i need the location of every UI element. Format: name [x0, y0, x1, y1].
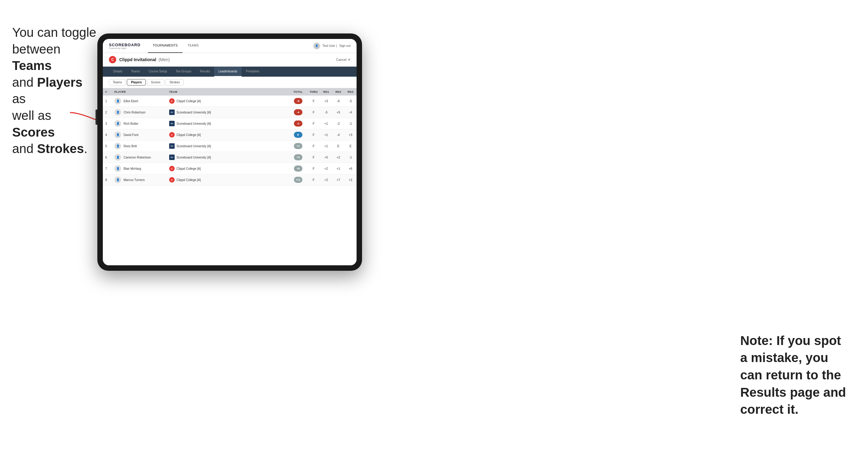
- cell-rd2: E: [332, 141, 344, 152]
- tab-leaderboards[interactable]: Leaderboards: [214, 67, 242, 77]
- left-annotation: You can toggle between Teams and Players…: [12, 24, 97, 157]
- annotation-line3-suffix: as: [12, 92, 26, 106]
- sub-tab-teams[interactable]: Teams: [109, 79, 126, 86]
- right-line1: Note: If you spot: [740, 334, 841, 348]
- cell-player: 👤 Chris Robertson: [112, 107, 167, 118]
- top-nav: SCOREBOARD Powered by clippd TOURNAMENTS…: [103, 39, 356, 53]
- cell-total: E: [289, 129, 307, 141]
- cell-total: +6: [289, 163, 307, 174]
- cell-rd3: +6: [344, 163, 356, 174]
- cell-player: 👤 Rees Britt: [112, 141, 167, 152]
- cell-thru: F: [307, 141, 320, 152]
- sub-tab-scores[interactable]: Scores: [147, 79, 164, 86]
- col-rank: #: [103, 88, 112, 96]
- tab-tee-groups[interactable]: Tee Groups: [171, 67, 196, 77]
- cell-rd1: +5: [320, 152, 332, 163]
- cell-spacer: [277, 118, 289, 129]
- cell-spacer: [277, 96, 289, 107]
- player-name: Chris Robertson: [124, 111, 146, 114]
- sub-tabs-bar: Teams Players Scores Strokes: [103, 77, 356, 88]
- cell-rd2: -6: [332, 96, 344, 107]
- cell-thru: F: [307, 129, 320, 141]
- team-logo: SU: [169, 143, 175, 149]
- cell-rd3: +2: [344, 174, 356, 186]
- player-name: Cameron Robertson: [124, 156, 151, 159]
- team-logo: SU: [169, 121, 175, 126]
- tab-teams[interactable]: Teams: [127, 67, 144, 77]
- player-name: Marcus Turners: [124, 178, 145, 182]
- player-avatar: 👤: [114, 120, 121, 127]
- tab-details[interactable]: Details: [109, 67, 127, 77]
- cell-player: 👤 Elliot Ebert: [112, 96, 167, 107]
- tournament-title-area: C Clippd Invitational (Men): [109, 56, 170, 63]
- annotation-scores-bold: Scores: [12, 125, 55, 139]
- annotation-line5-suffix: .: [84, 142, 88, 156]
- cell-player: 👤 Blair McHarg: [112, 163, 167, 174]
- team-name: Scoreboard University [A]: [177, 145, 211, 148]
- player-avatar: 👤: [114, 131, 121, 138]
- cell-rd2: -2: [332, 118, 344, 129]
- cell-team: C Clippd College [A]: [167, 163, 277, 174]
- annotation-line4-prefix: well as: [12, 108, 51, 123]
- player-name: David Ford: [124, 133, 138, 136]
- cell-rd1: +1: [320, 141, 332, 152]
- cell-total: +1: [289, 141, 307, 152]
- table-row: 1 👤 Elliot Ebert C Clippd College [A] -8…: [103, 96, 356, 107]
- col-thru: THRU: [307, 88, 320, 96]
- cell-spacer: [277, 174, 289, 186]
- cell-team: C Clippd College [A]: [167, 174, 277, 186]
- logo-area: SCOREBOARD Powered by clippd: [109, 42, 141, 49]
- nav-link-teams[interactable]: TEAMS: [183, 39, 204, 53]
- cell-rank: 4: [103, 129, 112, 141]
- cell-spacer: [277, 163, 289, 174]
- logo-text: SCOREBOARD: [109, 42, 141, 47]
- cell-player: 👤 Cameron Robertson: [112, 152, 167, 163]
- cell-rank: 8: [103, 174, 112, 186]
- right-results-bold: Results: [740, 385, 786, 400]
- tournament-name: Clippd Invitational (Men): [119, 57, 170, 62]
- cell-thru: F: [307, 163, 320, 174]
- player-avatar: 👤: [114, 98, 121, 104]
- cell-rd2: -4: [332, 129, 344, 141]
- cell-player: 👤 Rich Butler: [112, 118, 167, 129]
- score-badge: -4: [294, 109, 302, 115]
- cell-rank: 5: [103, 141, 112, 152]
- table-body: 1 👤 Elliot Ebert C Clippd College [A] -8…: [103, 96, 356, 186]
- annotation-line2-prefix: between: [12, 42, 61, 56]
- cell-rd2: +2: [332, 152, 344, 163]
- sub-tab-players[interactable]: Players: [127, 79, 146, 86]
- team-name: Scoreboard University [A]: [177, 111, 211, 114]
- cell-thru: F: [307, 96, 320, 107]
- cell-total: -8: [289, 96, 307, 107]
- table-row: 6 👤 Cameron Robertson SU Scoreboard Univ…: [103, 152, 356, 163]
- sign-out-link[interactable]: Sign out: [339, 44, 350, 48]
- team-logo: C: [169, 98, 175, 104]
- nav-link-tournaments[interactable]: TOURNAMENTS: [148, 39, 183, 53]
- cell-rd3: -5: [344, 96, 356, 107]
- tournament-header: C Clippd Invitational (Men) Cancel ✕: [103, 53, 356, 67]
- cell-rd3: E: [344, 141, 356, 152]
- col-spacer: [277, 88, 289, 96]
- sub-tab-strokes[interactable]: Strokes: [165, 79, 184, 86]
- table-row: 8 👤 Marcus Turners C Clippd College [A] …: [103, 174, 356, 186]
- player-avatar: 👤: [114, 165, 121, 172]
- col-rd3: RD3: [344, 88, 356, 96]
- cancel-button[interactable]: Cancel ✕: [336, 58, 350, 62]
- player-avatar: 👤: [114, 109, 121, 116]
- player-name: Rich Butler: [124, 122, 138, 125]
- tab-printables[interactable]: Printables: [242, 67, 264, 77]
- player-avatar: 👤: [114, 177, 121, 183]
- tab-course-setup[interactable]: Course Setup: [144, 67, 171, 77]
- cell-rd3: -1: [344, 152, 356, 163]
- cell-team: SU Scoreboard University [A]: [167, 107, 277, 118]
- annotation-players-bold: Players: [37, 75, 83, 89]
- cell-rd1: -5: [320, 107, 332, 118]
- table-row: 3 👤 Rich Butler SU Scoreboard University…: [103, 118, 356, 129]
- player-avatar: 👤: [114, 154, 121, 161]
- cell-rd3: -1: [344, 118, 356, 129]
- cell-rd1: +2: [320, 163, 332, 174]
- team-logo: SU: [169, 110, 175, 115]
- tablet-screen: SCOREBOARD Powered by clippd TOURNAMENTS…: [103, 39, 356, 265]
- tab-results[interactable]: Results: [196, 67, 214, 77]
- team-name: Clippd College [A]: [177, 178, 201, 182]
